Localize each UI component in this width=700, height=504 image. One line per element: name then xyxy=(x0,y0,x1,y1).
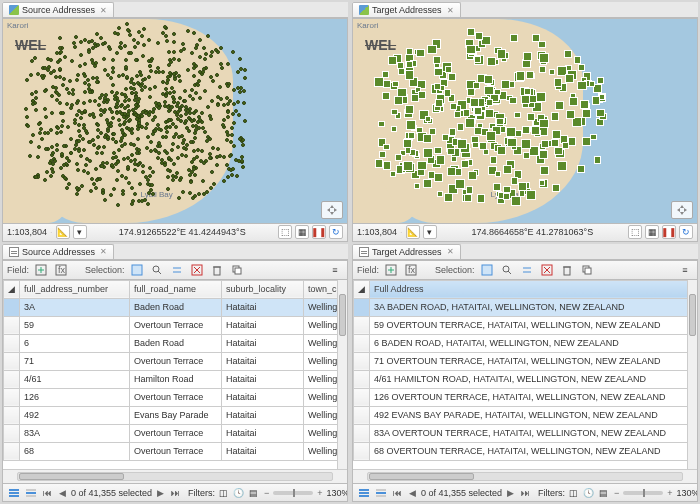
close-icon[interactable]: ✕ xyxy=(447,247,454,256)
copy-sel-button[interactable] xyxy=(579,262,595,278)
add-field-button[interactable] xyxy=(383,262,399,278)
next-record-button[interactable]: ▶ xyxy=(155,488,166,498)
zoom-in-button[interactable]: + xyxy=(665,488,674,498)
last-record-button[interactable]: ⏭ xyxy=(169,488,182,498)
table-row[interactable]: 6Baden RoadHataitaiWellington xyxy=(4,334,348,352)
zoom-slider[interactable] xyxy=(623,491,663,495)
show-selected-button[interactable] xyxy=(374,485,388,501)
zoom-to-sel-button[interactable] xyxy=(499,262,515,278)
table-row[interactable]: 3ABaden RoadHataitaiWellington xyxy=(4,298,348,316)
close-icon[interactable]: ✕ xyxy=(100,6,107,15)
zoom-out-button[interactable]: − xyxy=(262,488,271,498)
table-row[interactable]: 83A OVERTOUN TERRACE, HATAITAI, WELLINGT… xyxy=(354,424,697,442)
scale-options-button[interactable]: 📐 xyxy=(56,225,70,239)
left-panel: Source Addresses ✕ Karori WEL Lyall Bay … xyxy=(2,2,348,502)
table-row[interactable]: 3A BADEN ROAD, HATAITAI, WELLINGTON, NEW… xyxy=(354,298,697,316)
filter-extent-button[interactable]: ◫ xyxy=(218,485,229,501)
map-view-source[interactable]: Karori WEL Lyall Bay xyxy=(2,18,348,224)
table-row[interactable]: 492 EVANS BAY PARADE, HATAITAI, WELLINGT… xyxy=(354,406,697,424)
table-row[interactable]: 4/61 HAMILTON ROAD, HATAITAI, WELLINGTON… xyxy=(354,370,697,388)
first-record-button[interactable]: ⏮ xyxy=(391,488,404,498)
table-source[interactable]: ◢ full_address_number full_road_name sub… xyxy=(2,280,348,485)
table-tab-target[interactable]: Target Addresses ✕ xyxy=(352,244,461,259)
table-tab-source[interactable]: Source Addresses ✕ xyxy=(2,244,114,259)
calc-field-button[interactable]: fx xyxy=(403,262,419,278)
filter-sel-button[interactable]: ▤ xyxy=(598,485,609,501)
switch-sel-button[interactable] xyxy=(519,262,535,278)
snap-button[interactable]: ⬚ xyxy=(628,225,642,239)
table-row[interactable]: 492Evans Bay ParadeHataitaiWellington xyxy=(4,406,348,424)
scale-lock-button[interactable]: ▾ xyxy=(73,225,87,239)
zoom-to-sel-button[interactable] xyxy=(149,262,165,278)
table-row[interactable]: 59Overtoun TerraceHataitaiWellington xyxy=(4,316,348,334)
zoom-out-button[interactable]: − xyxy=(612,488,621,498)
svg-line-28 xyxy=(508,271,511,274)
table-row[interactable]: 126Overtoun TerraceHataitaiWellington xyxy=(4,388,348,406)
table-row[interactable]: 59 OVERTOUN TERRACE, HATAITAI, WELLINGTO… xyxy=(354,316,697,334)
filter-time-button[interactable]: 🕓 xyxy=(582,485,595,501)
clear-sel-button[interactable] xyxy=(189,262,205,278)
table-target[interactable]: ◢ Full Address 3A BADEN ROAD, HATAITAI, … xyxy=(352,280,698,485)
col-full_address_number[interactable]: full_address_number xyxy=(20,280,130,298)
table-menu-button[interactable]: ≡ xyxy=(677,262,693,278)
show-selected-button[interactable] xyxy=(24,485,38,501)
table-row[interactable]: 68 OVERTOUN TERRACE, HATAITAI, WELLINGTO… xyxy=(354,442,697,460)
vertical-scrollbar[interactable] xyxy=(337,280,347,470)
table-row[interactable]: 71 OVERTOUN TERRACE, HATAITAI, WELLINGTO… xyxy=(354,352,697,370)
table-row[interactable]: 68Overtoun TerraceHataitaiWellington xyxy=(4,442,348,460)
first-record-button[interactable]: ⏮ xyxy=(41,488,54,498)
map-nav-control[interactable] xyxy=(321,201,343,219)
last-record-button[interactable]: ⏭ xyxy=(519,488,532,498)
close-icon[interactable]: ✕ xyxy=(447,6,454,15)
switch-sel-button[interactable] xyxy=(169,262,185,278)
select-by-attr-button[interactable] xyxy=(479,262,495,278)
delete-sel-button[interactable] xyxy=(559,262,575,278)
show-all-button[interactable] xyxy=(357,485,371,501)
table-row[interactable]: 4/61Hamilton RoadHataitaiWellington xyxy=(4,370,348,388)
clear-sel-button[interactable] xyxy=(539,262,555,278)
col-full-address[interactable]: Full Address xyxy=(370,280,697,298)
show-all-button[interactable] xyxy=(7,485,21,501)
table-menu-button[interactable]: ≡ xyxy=(327,262,343,278)
select-by-attr-button[interactable] xyxy=(129,262,145,278)
table-row[interactable]: 6 BADEN ROAD, HATAITAI, WELLINGTON, NEW … xyxy=(354,334,697,352)
filter-extent-button[interactable]: ◫ xyxy=(568,485,579,501)
pause-button[interactable]: ❚❚ xyxy=(662,225,676,239)
grid-button[interactable]: ▦ xyxy=(295,225,309,239)
horizontal-scrollbar[interactable] xyxy=(353,469,697,483)
table-row[interactable]: 126 OVERTOUN TERRACE, HATAITAI, WELLINGT… xyxy=(354,388,697,406)
copy-sel-button[interactable] xyxy=(229,262,245,278)
next-record-button[interactable]: ▶ xyxy=(505,488,516,498)
scale-options-button[interactable]: 📐 xyxy=(406,225,420,239)
map-tab-target[interactable]: Target Addresses ✕ xyxy=(352,2,461,17)
map-view-target[interactable]: Karori WEL Lyall Bay xyxy=(352,18,698,224)
map-tab-source[interactable]: Source Addresses ✕ xyxy=(2,2,114,17)
add-field-button[interactable] xyxy=(33,262,49,278)
refresh-button[interactable]: ↻ xyxy=(679,225,693,239)
calc-field-button[interactable]: fx xyxy=(53,262,69,278)
table-icon xyxy=(359,247,369,257)
filter-time-button[interactable]: 🕓 xyxy=(232,485,245,501)
vertical-scrollbar[interactable] xyxy=(687,280,697,470)
snap-button[interactable]: ⬚ xyxy=(278,225,292,239)
row-selector-header[interactable]: ◢ xyxy=(4,280,20,298)
zoom-in-button[interactable]: + xyxy=(315,488,324,498)
delete-sel-button[interactable] xyxy=(209,262,225,278)
table-row[interactable]: 71Overtoun TerraceHataitaiWellington xyxy=(4,352,348,370)
map-nav-control[interactable] xyxy=(671,201,693,219)
scale-lock-button[interactable]: ▾ xyxy=(423,225,437,239)
table-row[interactable]: 83AOvertoun TerraceHataitaiWellington xyxy=(4,424,348,442)
filter-sel-button[interactable]: ▤ xyxy=(248,485,259,501)
grid-button[interactable]: ▦ xyxy=(645,225,659,239)
horizontal-scrollbar[interactable] xyxy=(3,469,347,483)
prev-record-button[interactable]: ◀ xyxy=(407,488,418,498)
pause-button[interactable]: ❚❚ xyxy=(312,225,326,239)
col-suburb_locality[interactable]: suburb_locality xyxy=(222,280,304,298)
prev-record-button[interactable]: ◀ xyxy=(57,488,68,498)
col-full_road_name[interactable]: full_road_name xyxy=(130,280,222,298)
close-icon[interactable]: ✕ xyxy=(100,247,107,256)
zoom-slider[interactable] xyxy=(273,491,313,495)
field-label: Field: xyxy=(7,265,29,275)
row-selector-header[interactable]: ◢ xyxy=(354,280,370,298)
refresh-button[interactable]: ↻ xyxy=(329,225,343,239)
